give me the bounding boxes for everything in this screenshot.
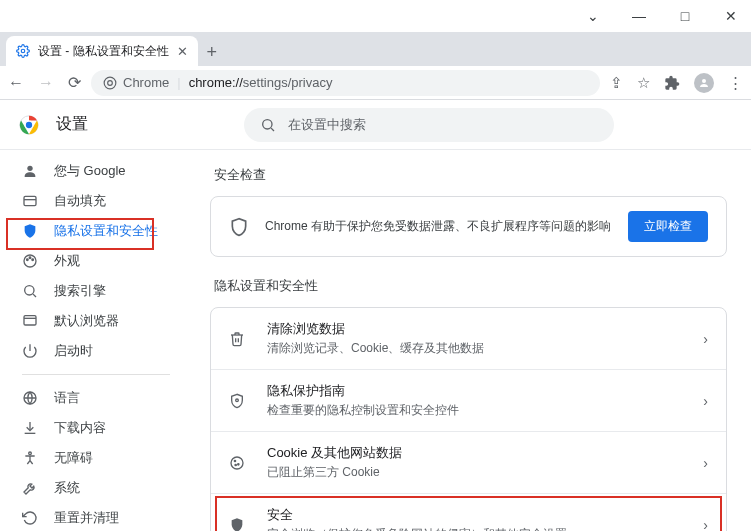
sidebar-item-label: 自动填充 <box>54 192 106 210</box>
guide-icon <box>229 393 249 409</box>
sidebar-item-autofill[interactable]: 自动填充 <box>0 186 172 216</box>
page-title: 设置 <box>56 114 88 135</box>
cookie-icon <box>229 455 249 471</box>
sidebar-item-shield[interactable]: 隐私设置和安全性 <box>0 216 172 246</box>
sidebar-item-label: 无障碍 <box>54 449 93 467</box>
star-icon[interactable]: ☆ <box>637 74 650 92</box>
privacy-row-cookie[interactable]: Cookie 及其他网站数据已阻止第三方 Cookie› <box>211 431 726 493</box>
row-subtitle: 安全浏览（保护您免受危险网站的侵害）和其他安全设置 <box>267 526 685 531</box>
sidebar-item-label: 重置并清理 <box>54 509 119 527</box>
sidebar-item-label: 隐私设置和安全性 <box>54 222 158 240</box>
reset-icon <box>22 510 40 526</box>
svg-point-14 <box>29 257 31 259</box>
autofill-icon <box>22 193 40 209</box>
sidebar-item-palette[interactable]: 外观 <box>0 246 172 276</box>
svg-point-3 <box>702 79 706 83</box>
chevron-right-icon: › <box>703 517 708 532</box>
tab-strip: 设置 - 隐私设置和安全性 ✕ + <box>0 32 751 66</box>
gear-icon <box>16 44 30 58</box>
svg-point-22 <box>236 399 239 402</box>
run-safety-check-button[interactable]: 立即检查 <box>628 211 708 242</box>
window-maximize[interactable]: □ <box>671 8 699 24</box>
sidebar-item-globe[interactable]: 语言 <box>0 383 172 413</box>
window-controls: ⌄ — □ ✕ <box>0 0 751 32</box>
svg-point-16 <box>25 286 34 295</box>
extensions-icon[interactable] <box>664 75 680 91</box>
browser-icon <box>22 313 40 329</box>
sidebar-item-label: 启动时 <box>54 342 93 360</box>
sidebar-item-reset[interactable]: 重置并清理 <box>0 503 172 531</box>
row-body: 清除浏览数据清除浏览记录、Cookie、缓存及其他数据 <box>267 320 685 357</box>
sidebar-item-label: 您与 Google <box>54 162 126 180</box>
row-title: 安全 <box>267 506 685 524</box>
tab-settings[interactable]: 设置 - 隐私设置和安全性 ✕ <box>6 36 198 66</box>
new-tab-button[interactable]: + <box>198 38 226 66</box>
svg-line-17 <box>33 294 36 297</box>
trash-icon <box>229 331 249 347</box>
window-close[interactable]: ✕ <box>717 8 745 24</box>
avatar[interactable] <box>694 73 714 93</box>
svg-point-15 <box>32 259 34 261</box>
search-placeholder: 在设置中搜索 <box>288 116 366 134</box>
row-subtitle: 已阻止第三方 Cookie <box>267 464 685 481</box>
svg-point-23 <box>231 457 243 469</box>
row-body: Cookie 及其他网站数据已阻止第三方 Cookie <box>267 444 685 481</box>
section-title-safety-check: 安全检查 <box>214 166 727 184</box>
window-minimize[interactable]: — <box>625 8 653 24</box>
reload-button[interactable]: ⟳ <box>68 73 81 92</box>
sidebar-item-label: 语言 <box>54 389 80 407</box>
svg-point-2 <box>108 80 113 85</box>
share-icon[interactable]: ⇪ <box>610 74 623 92</box>
sidebar-item-browser[interactable]: 默认浏览器 <box>0 306 172 336</box>
settings-header: 设置 在设置中搜索 <box>0 100 751 150</box>
forward-button[interactable]: → <box>38 74 54 92</box>
sidebar-item-label: 搜索引擎 <box>54 282 106 300</box>
row-body: 隐私保护指南检查重要的隐私控制设置和安全控件 <box>267 382 685 419</box>
privacy-list: 清除浏览数据清除浏览记录、Cookie、缓存及其他数据›隐私保护指南检查重要的隐… <box>210 307 727 531</box>
sidebar-item-wrench[interactable]: 系统 <box>0 473 172 503</box>
settings-search[interactable]: 在设置中搜索 <box>244 108 614 142</box>
sidebar-item-label: 外观 <box>54 252 80 270</box>
shield-icon <box>229 217 249 237</box>
sidebar-item-person[interactable]: 您与 Google <box>0 156 172 186</box>
row-subtitle: 检查重要的隐私控制设置和安全控件 <box>267 402 685 419</box>
sidebar-item-accessibility[interactable]: 无障碍 <box>0 443 172 473</box>
row-title: Cookie 及其他网站数据 <box>267 444 685 462</box>
section-title-privacy: 隐私设置和安全性 <box>214 277 727 295</box>
back-button[interactable]: ← <box>8 74 24 92</box>
close-icon[interactable]: ✕ <box>177 44 188 59</box>
accessibility-icon <box>22 450 40 466</box>
download-icon <box>22 420 40 436</box>
safety-check-card: Chrome 有助于保护您免受数据泄露、不良扩展程序等问题的影响 立即检查 <box>210 196 727 257</box>
row-title: 隐私保护指南 <box>267 382 685 400</box>
sidebar-item-label: 默认浏览器 <box>54 312 119 330</box>
url-field[interactable]: Chrome | chrome://settings/privacy <box>91 70 600 96</box>
svg-point-21 <box>29 452 32 455</box>
menu-icon[interactable]: ⋮ <box>728 74 743 92</box>
sidebar-item-download[interactable]: 下载内容 <box>0 413 172 443</box>
window-dropdown[interactable]: ⌄ <box>579 8 607 24</box>
svg-point-7 <box>263 119 272 128</box>
svg-point-1 <box>104 77 116 89</box>
svg-point-9 <box>27 166 32 171</box>
shield-icon <box>22 223 40 239</box>
power-icon <box>22 343 40 359</box>
svg-point-6 <box>25 121 33 129</box>
row-subtitle: 清除浏览记录、Cookie、缓存及其他数据 <box>267 340 685 357</box>
safety-check-text: Chrome 有助于保护您免受数据泄露、不良扩展程序等问题的影响 <box>265 218 612 235</box>
sidebar-item-power[interactable]: 启动时 <box>0 336 172 366</box>
globe-icon <box>22 390 40 406</box>
privacy-row-trash[interactable]: 清除浏览数据清除浏览记录、Cookie、缓存及其他数据› <box>211 308 726 369</box>
privacy-row-guide[interactable]: 隐私保护指南检查重要的隐私控制设置和安全控件› <box>211 369 726 431</box>
svg-point-25 <box>238 463 239 464</box>
svg-line-8 <box>271 128 274 131</box>
search-icon <box>22 283 40 299</box>
search-icon <box>260 117 276 133</box>
palette-icon <box>22 253 40 269</box>
privacy-row-shield[interactable]: 安全安全浏览（保护您免受危险网站的侵害）和其他安全设置› <box>211 493 726 531</box>
sidebar-item-search[interactable]: 搜索引擎 <box>0 276 172 306</box>
sidebar-item-label: 下载内容 <box>54 419 106 437</box>
tab-title: 设置 - 隐私设置和安全性 <box>38 43 169 60</box>
svg-point-0 <box>21 49 25 53</box>
svg-point-24 <box>234 460 235 461</box>
